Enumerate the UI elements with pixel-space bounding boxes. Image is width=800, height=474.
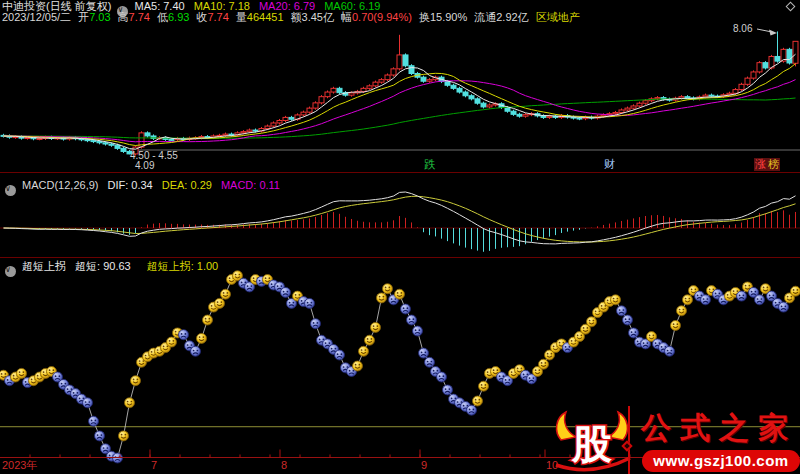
smiley-up-icon: [395, 289, 405, 299]
smiley-down-icon: [305, 298, 315, 308]
smiley-up-icon: [119, 431, 129, 441]
recent-high-label: 8.06: [733, 24, 752, 34]
smiley-down-icon: [443, 385, 453, 395]
info-item: 低6.93: [157, 11, 189, 23]
smiley-down-icon: [437, 372, 447, 382]
smiley-down-icon: [419, 348, 429, 358]
macd-histogram: [4, 210, 796, 251]
smiley-up-icon: [365, 335, 375, 345]
bull-logo: 股: [551, 410, 635, 474]
ticker-item[interactable]: 财: [603, 158, 616, 171]
smiley-down-icon: [311, 319, 321, 329]
smiley-down-icon: [779, 302, 789, 312]
low-price-label: 4.09: [135, 161, 154, 171]
macd-value: DEA: 0.29: [162, 179, 212, 191]
smiley-down-icon: [617, 306, 627, 316]
collapse-osc-button[interactable]: ∨: [5, 266, 16, 277]
smiley-down-icon: [665, 346, 675, 356]
smiley-up-icon: [17, 368, 27, 378]
smiley-up-icon: [539, 359, 549, 369]
osc-value: 超短: 90.63: [75, 260, 131, 272]
watermark: 股 公式之家 www.gszj100.com: [545, 402, 800, 474]
smiley-down-icon: [89, 416, 99, 426]
smiley-down-icon: [83, 398, 93, 408]
watermark-brand: 公式之家: [641, 408, 797, 449]
collapse-macd-button[interactable]: ∨: [5, 185, 16, 196]
info-item: 换15.90%: [419, 11, 467, 23]
smiley-up-icon: [377, 293, 387, 303]
smiley-down-icon: [623, 315, 633, 325]
ma-line: [4, 64, 796, 146]
macd-header: ∨ MACD(12,26,9)DIF: 0.34DEA: 0.29MACD: 0…: [2, 179, 289, 196]
macd-panel: [0, 192, 800, 252]
macd-values: MACD(12,26,9)DIF: 0.34DEA: 0.29MACD: 0.1…: [22, 179, 289, 191]
smiley-down-icon: [401, 304, 411, 314]
info-item: 高7.74: [118, 11, 150, 23]
smiley-up-icon: [611, 295, 621, 305]
smiley-up-icon: [791, 286, 800, 296]
smiley-up-icon: [371, 322, 381, 332]
macd-value: MACD(12,26,9): [22, 179, 98, 191]
smiley-down-icon: [95, 431, 105, 441]
macd-value: DIF: 0.34: [107, 179, 152, 191]
logo-character: 股: [571, 422, 612, 467]
info-item: 幅0.70(9.94%): [341, 11, 412, 23]
smiley-down-icon: [179, 330, 189, 340]
smiley-up-icon: [167, 337, 177, 347]
axis-label: 7: [151, 460, 157, 471]
smiley-down-icon: [755, 295, 765, 305]
macd-value: MACD: 0.11: [221, 179, 280, 191]
osc-value: 超短上拐: 1.00: [147, 260, 219, 272]
osc-value: 超短上拐: [22, 260, 66, 272]
smiley-up-icon: [197, 333, 207, 343]
smiley-up-icon: [479, 381, 489, 391]
info-item: 2023/12/05/二: [2, 11, 71, 23]
ticker-item[interactable]: 涨: [754, 158, 767, 171]
smiley-down-icon: [629, 328, 639, 338]
smiley-up-icon: [671, 321, 681, 331]
smiley-down-icon: [701, 295, 711, 305]
smiley-up-icon: [203, 315, 213, 325]
ma-line: [4, 98, 796, 138]
watermark-url: www.gszj100.com: [642, 450, 800, 472]
smiley-up-icon: [353, 361, 363, 371]
ticker-item[interactable]: 跌: [423, 158, 436, 171]
ticker-item[interactable]: 榜: [767, 158, 780, 171]
smiley-up-icon: [677, 306, 687, 316]
smiley-down-icon: [467, 405, 477, 415]
osc-header: ∨ 超短上拐超短: 90.63超短上拐: 1.00: [2, 260, 227, 277]
info-item: 开7.03: [78, 11, 110, 23]
smiley-up-icon: [125, 398, 135, 408]
smiley-down-icon: [413, 326, 423, 336]
high-annotation: [757, 29, 777, 36]
ma-line: [4, 80, 796, 142]
smiley-down-icon: [425, 357, 435, 367]
axis-label: 9: [421, 460, 427, 471]
axis-label: 8: [281, 460, 287, 471]
info-item: 区域地产: [536, 11, 580, 23]
smiley-down-icon: [281, 287, 291, 297]
smiley-up-icon: [683, 295, 693, 305]
smiley-down-icon: [191, 346, 201, 356]
smiley-up-icon: [359, 346, 369, 356]
axis-label: 2023年: [2, 460, 37, 471]
info-item: 额3.45亿: [291, 11, 334, 23]
osc-values: 超短上拐超短: 90.63超短上拐: 1.00: [22, 260, 227, 272]
info-item: 流通2.92亿: [474, 11, 528, 23]
smiley-up-icon: [587, 317, 597, 327]
smiley-up-icon: [221, 289, 231, 299]
main-chart-panel: [1, 29, 800, 155]
watermark-divider: [628, 406, 630, 474]
daily-info-line: 2023/12/05/二开7.03高7.74低6.93收7.74量464451额…: [2, 11, 587, 23]
smiley-up-icon: [131, 376, 141, 386]
smiley-up-icon: [473, 396, 483, 406]
app-window: 中迪投资(日线 前复权) ∨ MA5: 7.40MA10: 7.18MA20: …: [0, 0, 800, 474]
info-item: 收7.74: [196, 11, 228, 23]
smiley-up-icon: [383, 284, 393, 294]
smiley-down-icon: [407, 315, 417, 325]
smiley-down-icon: [335, 350, 345, 360]
smiley-down-icon: [737, 291, 747, 301]
info-item: 量464451: [236, 11, 284, 23]
smiley-up-icon: [215, 298, 225, 308]
